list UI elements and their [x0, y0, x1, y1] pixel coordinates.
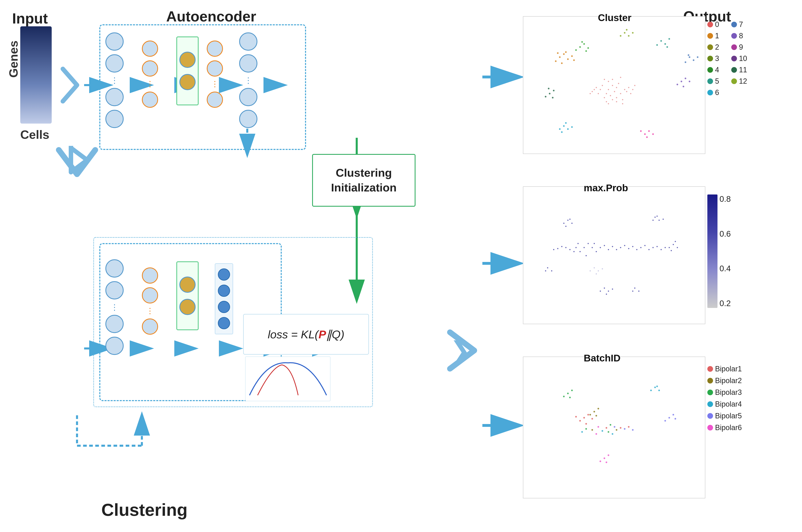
svg-point-66	[579, 46, 581, 48]
svg-point-77	[680, 81, 682, 82]
svg-point-71	[581, 41, 583, 43]
svg-point-75	[656, 44, 658, 46]
svg-point-31	[600, 89, 601, 90]
svg-point-170	[602, 268, 603, 269]
svg-point-196	[605, 461, 607, 463]
svg-point-200	[614, 426, 615, 428]
svg-point-100	[640, 130, 642, 132]
svg-point-197	[605, 427, 607, 429]
svg-point-135	[648, 249, 650, 250]
svg-point-110	[579, 251, 581, 252]
svg-point-52	[620, 77, 621, 78]
svg-point-87	[624, 32, 626, 34]
svg-point-78	[685, 78, 686, 79]
svg-point-49	[632, 89, 633, 90]
svg-point-125	[561, 246, 562, 247]
svg-point-189	[668, 417, 670, 419]
svg-point-82	[689, 56, 690, 58]
svg-point-50	[608, 103, 609, 104]
svg-point-97	[561, 131, 563, 133]
svg-point-106	[552, 97, 554, 98]
svg-point-152	[677, 247, 678, 248]
svg-point-84	[685, 61, 686, 63]
maxprob-colorbar-labels: 0.8 0.6 0.4 0.2	[720, 194, 731, 308]
svg-point-157	[600, 290, 601, 292]
svg-point-167	[598, 270, 599, 271]
svg-point-54	[634, 85, 635, 86]
svg-point-165	[632, 290, 633, 292]
svg-point-188	[656, 385, 658, 387]
svg-point-133	[640, 247, 641, 248]
svg-point-70	[585, 50, 587, 52]
svg-point-176	[585, 423, 587, 425]
svg-point-178	[597, 408, 599, 410]
svg-point-25	[612, 85, 613, 86]
svg-point-155	[604, 287, 605, 289]
svg-point-85	[697, 56, 698, 58]
svg-point-202	[616, 429, 617, 431]
svg-point-103	[549, 93, 551, 94]
svg-point-35	[620, 93, 621, 94]
svg-point-164	[638, 290, 639, 292]
svg-point-198	[610, 424, 611, 426]
bottleneck-bottom	[176, 261, 199, 330]
svg-point-127	[620, 247, 621, 248]
svg-point-207	[595, 433, 597, 435]
svg-point-131	[632, 246, 633, 247]
svg-point-175	[575, 416, 577, 418]
svg-point-145	[654, 216, 656, 218]
svg-point-102	[652, 133, 654, 135]
svg-point-186	[658, 390, 660, 391]
top-ae-box	[99, 24, 306, 150]
svg-point-36	[604, 97, 605, 98]
b-enc1-col: ⋮	[106, 259, 124, 355]
svg-point-26	[606, 93, 607, 94]
svg-point-181	[567, 393, 569, 394]
svg-point-92	[563, 125, 565, 127]
svg-point-132	[636, 249, 637, 250]
svg-point-27	[616, 87, 617, 88]
svg-point-38	[626, 91, 627, 92]
svg-point-126	[557, 248, 558, 249]
svg-point-136	[652, 247, 654, 248]
svg-point-44	[630, 93, 631, 94]
svg-point-63	[565, 51, 567, 53]
svg-point-112	[575, 247, 577, 248]
svg-point-143	[565, 226, 566, 227]
svg-point-159	[612, 288, 613, 290]
svg-point-141	[567, 220, 568, 221]
svg-point-79	[676, 84, 678, 85]
clustering-init-label: Clustering Initialization	[313, 166, 415, 195]
svg-point-59	[567, 58, 569, 60]
svg-point-65	[573, 59, 575, 61]
svg-point-86	[688, 54, 689, 56]
svg-point-190	[672, 414, 674, 416]
svg-point-184	[569, 397, 571, 398]
svg-point-128	[624, 245, 625, 246]
svg-point-137	[656, 246, 658, 247]
svg-point-158	[606, 293, 607, 295]
svg-point-55	[590, 93, 591, 94]
enc2-col: ⋮	[142, 40, 158, 108]
svg-point-180	[595, 415, 597, 417]
svg-point-162	[545, 270, 546, 271]
svg-point-119	[569, 249, 571, 250]
svg-point-151	[673, 244, 674, 245]
cluster-output-col	[215, 263, 233, 334]
svg-point-37	[612, 79, 613, 80]
svg-point-212	[632, 429, 634, 431]
svg-point-115	[577, 243, 579, 244]
cluster-legend: 0 7 1 8 2 9 3 10 4 11 5 12 6	[707, 20, 747, 98]
svg-point-58	[563, 53, 565, 55]
svg-point-193	[603, 457, 605, 459]
svg-point-111	[592, 247, 593, 248]
svg-point-160	[547, 267, 548, 268]
svg-point-173	[579, 420, 581, 422]
svg-point-205	[612, 433, 613, 435]
svg-point-30	[618, 83, 619, 84]
output-chevron: ❯	[450, 336, 470, 364]
svg-point-57	[559, 56, 561, 58]
svg-point-94	[559, 128, 561, 130]
svg-point-61	[571, 55, 573, 57]
svg-point-41	[596, 87, 597, 88]
